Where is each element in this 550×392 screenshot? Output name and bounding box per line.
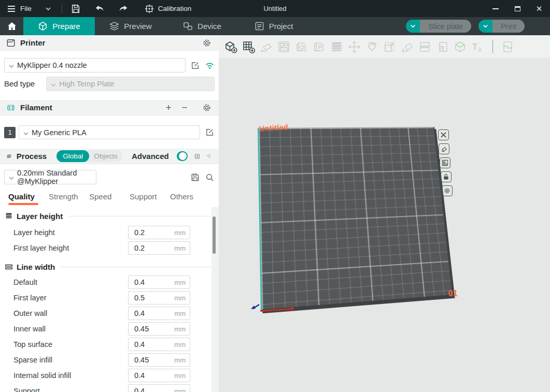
printer-settings-gear-icon[interactable] (202, 38, 211, 48)
setting-value: 0.4 (134, 278, 145, 286)
lock-icon (443, 173, 449, 180)
bed-type-select[interactable]: High Temp Plate (46, 77, 215, 91)
setting-label: Support (13, 387, 40, 392)
place-on-face-icon[interactable] (400, 40, 414, 54)
filament-preset-select[interactable]: My Generic PLA (19, 125, 200, 139)
add-object-icon[interactable] (224, 40, 238, 54)
tab-project[interactable]: Project (238, 17, 309, 35)
scale-icon[interactable] (383, 40, 397, 54)
custom-gcode-icon[interactable] (501, 40, 515, 54)
delete-plate-button[interactable] (438, 129, 449, 140)
scope-objects-option[interactable]: Objects (89, 152, 122, 160)
support-line-width-input[interactable]: 0.4 mm (128, 384, 190, 392)
edit-printer-preset-icon[interactable] (190, 61, 200, 70)
print-dropdown-button[interactable] (478, 20, 492, 33)
top-surface-line-width-input[interactable]: 0.4 mm (128, 338, 190, 351)
arrange-plate-button[interactable] (440, 157, 450, 168)
setting-unit: mm (174, 310, 186, 317)
layer-height-group-title: Layer height (17, 212, 63, 221)
sparse-infill-line-width-input[interactable]: 0.45 mm (128, 353, 190, 367)
setting-value: 0.4 (134, 387, 145, 392)
parameter-search-gears-icon[interactable] (206, 152, 211, 161)
first-layer-height-input[interactable]: 0.2 mm (128, 241, 190, 255)
home-button[interactable] (0, 17, 23, 35)
close-button[interactable]: ✕ (528, 0, 550, 17)
add-plate-icon[interactable] (242, 40, 256, 54)
cut-icon[interactable] (418, 40, 432, 54)
bed-type-label: Bed type (4, 79, 35, 88)
process-tab-quality[interactable]: Quality (8, 192, 49, 205)
undo-icon[interactable] (94, 4, 105, 14)
process-list-view-icon[interactable] (194, 152, 200, 161)
build-plate[interactable] (258, 127, 453, 311)
file-menu-chevron-icon[interactable] (43, 4, 53, 14)
process-tab-support[interactable]: Support (130, 192, 170, 205)
process-tab-others[interactable]: Others (170, 192, 210, 205)
outer-wall-line-width-input[interactable]: 0.4 mm (128, 307, 190, 320)
tab-prepare-label: Prepare (52, 22, 80, 31)
text-tool-icon[interactable]: Ta (471, 40, 485, 54)
plate-name-label[interactable]: Untitled (259, 123, 289, 133)
viewport-toolbar: Ta (219, 35, 550, 58)
plate-settings-button[interactable] (442, 185, 453, 196)
process-preset-select[interactable]: 0.20mm Standard @MyKlipper (4, 170, 96, 184)
sidebar-scrollbar-thumb[interactable] (213, 216, 216, 254)
default-line-width-input[interactable]: 0.4 mm (128, 275, 190, 289)
lock-plate-button[interactable] (441, 171, 452, 182)
arrange-icon[interactable] (277, 40, 291, 54)
setting-label: First layer height (13, 244, 69, 252)
inner-wall-line-width-input[interactable]: 0.45 mm (128, 322, 190, 336)
slice-plate-dropdown-button[interactable] (406, 20, 420, 33)
process-tab-strength[interactable]: Strength (49, 192, 89, 205)
split-to-objects-icon[interactable] (294, 40, 308, 54)
setting-unit: mm (174, 279, 186, 286)
search-settings-icon[interactable] (205, 172, 215, 182)
scope-global-option[interactable]: Global (57, 150, 89, 162)
save-preset-icon[interactable] (190, 172, 200, 182)
process-tab-speed[interactable]: Speed (89, 192, 130, 205)
setting-row: Layer height 0.2 mm (13, 226, 190, 239)
maximize-button[interactable] (506, 0, 528, 17)
slice-plate-button[interactable]: Slice plate (420, 20, 471, 33)
rotate-icon[interactable] (365, 40, 379, 54)
setting-label: Layer height (13, 228, 55, 237)
add-filament-button[interactable]: + (163, 103, 174, 112)
split-to-parts-icon[interactable] (312, 40, 326, 54)
advanced-toggle[interactable] (177, 151, 188, 161)
save-icon[interactable] (70, 4, 81, 14)
support-paint-icon[interactable] (435, 40, 449, 54)
print-button[interactable]: Print (492, 20, 525, 33)
variable-layer-height-icon[interactable] (330, 40, 344, 54)
chevron-down-icon (50, 82, 57, 88)
wifi-connection-icon[interactable] (205, 61, 215, 70)
move-icon[interactable] (347, 40, 361, 54)
setting-row: Default 0.4 mm (13, 275, 190, 289)
tab-preview[interactable]: Preview (95, 17, 166, 35)
bed-type-value: High Temp Plate (59, 80, 114, 88)
filament-preset-row: 1 My Generic PLA (4, 125, 215, 139)
filament-preset-value: My Generic PLA (32, 128, 87, 137)
internal-solid-infill-line-width-input[interactable]: 0.4 mm (128, 369, 190, 382)
setting-unit: mm (174, 325, 186, 333)
layer-height-input[interactable]: 0.2 mm (128, 226, 190, 239)
printer-preset-select[interactable]: MyKlipper 0.4 nozzle (4, 58, 186, 72)
orient-plate-button[interactable] (439, 143, 449, 154)
minimize-button[interactable] (485, 0, 506, 17)
edit-filament-preset-icon[interactable] (205, 127, 215, 137)
filament-settings-gear-icon[interactable] (202, 103, 211, 112)
setting-label: Default (13, 278, 37, 286)
file-menu-button[interactable]: File (6, 4, 32, 14)
color-paint-icon[interactable] (453, 40, 467, 54)
first-layer-line-width-input[interactable]: 0.5 mm (128, 291, 190, 304)
tab-device[interactable]: Device (166, 17, 238, 35)
viewport-3d[interactable]: Ta Untitled 01 (219, 35, 550, 392)
setting-row: Internal solid infill 0.4 mm (13, 369, 190, 382)
tab-prepare[interactable]: Prepare (23, 17, 95, 35)
setting-row: First layer height 0.2 mm (13, 241, 190, 255)
orient-icon (441, 146, 447, 152)
remove-filament-button[interactable]: − (179, 103, 190, 112)
calibration-button[interactable]: Calibration (144, 4, 192, 14)
minimize-icon (492, 8, 499, 9)
auto-orient-icon[interactable] (259, 40, 273, 54)
redo-icon[interactable] (118, 4, 129, 14)
